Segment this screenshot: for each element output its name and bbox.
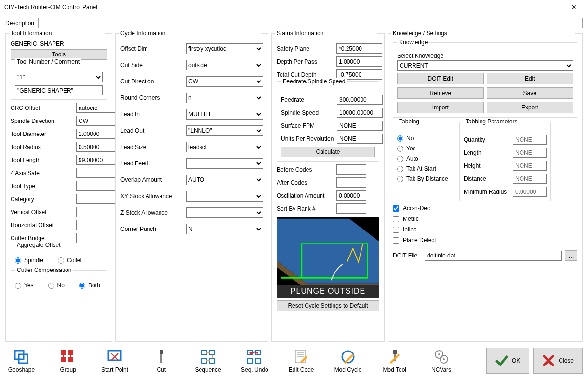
- tab-no-radio[interactable]: No: [397, 135, 451, 142]
- crc-offset-input[interactable]: [76, 103, 119, 113]
- surface-input[interactable]: [337, 121, 383, 131]
- start-point-tile[interactable]: Start Point: [99, 348, 131, 373]
- description-input[interactable]: [38, 18, 583, 28]
- sequence-icon: [200, 348, 217, 365]
- category-input[interactable]: [76, 194, 119, 204]
- tool-rad-input[interactable]: [76, 142, 119, 152]
- sequence-tile[interactable]: Sequence: [192, 348, 224, 373]
- spindle-label: Spindle Speed: [281, 109, 334, 116]
- cc-no-radio[interactable]: No: [48, 282, 65, 289]
- plane-checkbox[interactable]: [393, 237, 399, 244]
- lead-in-label: Lead In: [120, 111, 183, 118]
- before-input[interactable]: [336, 164, 366, 175]
- doitfile-input[interactable]: [425, 251, 562, 261]
- axis-safe-input[interactable]: [76, 168, 119, 178]
- doit-edit-button[interactable]: DOIT Edit: [397, 73, 484, 84]
- import-button[interactable]: Import: [397, 102, 484, 113]
- cut-side-select[interactable]: outside: [186, 60, 263, 70]
- agg-spindle-radio[interactable]: Spindle: [15, 257, 43, 264]
- edit-code-tile[interactable]: Edit Code: [285, 348, 318, 373]
- spindle-input[interactable]: [337, 108, 383, 118]
- safety-label: Safety Plane: [277, 45, 334, 52]
- close-button[interactable]: Close: [533, 348, 583, 374]
- sort-label: Sort By Rank #: [277, 205, 334, 212]
- ok-button[interactable]: OK: [486, 348, 529, 374]
- tool-type-input[interactable]: [76, 181, 119, 191]
- feedrate-input[interactable]: [337, 95, 383, 105]
- save-button[interactable]: Save: [487, 87, 574, 99]
- safety-input[interactable]: [336, 43, 382, 54]
- tab-start-radio[interactable]: Tab At Start: [397, 165, 451, 172]
- plunge-preview: PLUNGE OUTSIDE: [277, 217, 379, 298]
- geoshape-icon: [13, 348, 30, 365]
- svg-rect-17: [201, 358, 206, 363]
- after-input[interactable]: [336, 177, 366, 188]
- seq-undo-tile[interactable]: Seq. Undo: [239, 348, 271, 373]
- doitfile-label: DOIT File: [393, 252, 422, 259]
- lead-size-select[interactable]: leadscl: [186, 142, 263, 152]
- tool-comment-input[interactable]: [15, 85, 103, 95]
- geoshape-tile[interactable]: Geoshape: [5, 348, 38, 373]
- titlebar: CIM-Tech Router-CIM Control Panel ✕: [0, 0, 588, 14]
- cutter-comp-group: Cutter Compensation Yes No Both: [11, 270, 107, 293]
- tool-len-input[interactable]: [76, 155, 119, 165]
- tabbing-group: Tabbing No Yes Auto Tab At Start Tab By …: [393, 122, 455, 201]
- mod-cycle-tile[interactable]: Mod Cycle: [332, 348, 364, 373]
- overlap-select[interactable]: AUTO: [186, 175, 263, 185]
- cut-tile[interactable]: Cut: [145, 348, 177, 373]
- lead-out-select[interactable]: "LNNLO": [186, 125, 263, 136]
- round-select[interactable]: n: [186, 93, 263, 103]
- cut-dir-label: Cut Direction: [120, 78, 183, 85]
- cc-yes-radio[interactable]: Yes: [15, 282, 34, 289]
- osc-input[interactable]: [336, 190, 366, 201]
- browse-button[interactable]: ...: [565, 250, 577, 261]
- tabbing-params-group: Tabbing Parameters Quantity Length Heigh…: [459, 122, 551, 201]
- tab-yes-radio[interactable]: Yes: [397, 145, 451, 152]
- sequence-label: Sequence: [195, 366, 221, 373]
- metric-checkbox[interactable]: [393, 216, 399, 222]
- calculate-button[interactable]: Calculate: [281, 147, 375, 157]
- lead-feed-select[interactable]: [186, 158, 263, 169]
- svg-rect-7: [68, 357, 73, 362]
- inline-checkbox[interactable]: [393, 227, 399, 233]
- spindle-dir-input[interactable]: [76, 116, 119, 126]
- cutter-bridge-input[interactable]: [76, 233, 119, 243]
- mod-tool-tile[interactable]: Mod Tool: [378, 348, 411, 373]
- retrieve-button[interactable]: Retrieve: [397, 87, 484, 99]
- z-stock-select[interactable]: [186, 207, 263, 218]
- before-label: Before Codes: [277, 166, 334, 173]
- svg-rect-5: [68, 350, 73, 355]
- edit-code-label: Edit Code: [289, 366, 314, 373]
- tool-type-label: Tool Type: [11, 183, 73, 190]
- export-button[interactable]: Export: [487, 102, 574, 113]
- cut-dir-select[interactable]: CW: [186, 76, 263, 87]
- offset-dim-select[interactable]: firstxy xycutloc: [186, 43, 263, 54]
- reset-cycle-button[interactable]: Reset Cycle Settings to Default: [277, 300, 379, 311]
- sort-input[interactable]: [336, 203, 366, 214]
- close-icon[interactable]: ✕: [564, 3, 584, 11]
- metric-label: Metric: [403, 216, 419, 222]
- acc-checkbox[interactable]: [393, 205, 399, 212]
- voff-input[interactable]: [76, 207, 119, 217]
- hoff-input[interactable]: [76, 220, 119, 230]
- tool-dia-input[interactable]: [76, 129, 119, 139]
- group-tile[interactable]: Group: [52, 348, 84, 373]
- osc-label: Oscillation Amount: [277, 192, 334, 199]
- lead-in-select[interactable]: MULTILI: [186, 109, 263, 120]
- cc-both-radio[interactable]: Both: [79, 282, 100, 289]
- tab-auto-radio[interactable]: Auto: [397, 155, 451, 162]
- edit-button[interactable]: Edit: [487, 73, 574, 84]
- xy-stock-select[interactable]: [186, 191, 263, 202]
- spindle-dir-label: Spindle Direction: [11, 118, 73, 124]
- axis-safe-label: 4 Axis Safe: [11, 170, 73, 176]
- agg-collet-radio[interactable]: Collet: [58, 257, 82, 264]
- upr-input[interactable]: [337, 134, 383, 144]
- select-knowledge[interactable]: CURRENT: [397, 60, 573, 71]
- svg-rect-15: [201, 350, 206, 355]
- depth-input[interactable]: [336, 56, 382, 67]
- tab-dist-radio[interactable]: Tab By Distance: [397, 176, 451, 182]
- tool-number-select[interactable]: "1": [15, 72, 103, 82]
- bottom-toolbar: Geoshape Group Start Point Cut Sequence …: [0, 343, 588, 379]
- corner-punch-select[interactable]: N: [186, 224, 263, 234]
- ncvars-tile[interactable]: NCVars: [425, 348, 457, 373]
